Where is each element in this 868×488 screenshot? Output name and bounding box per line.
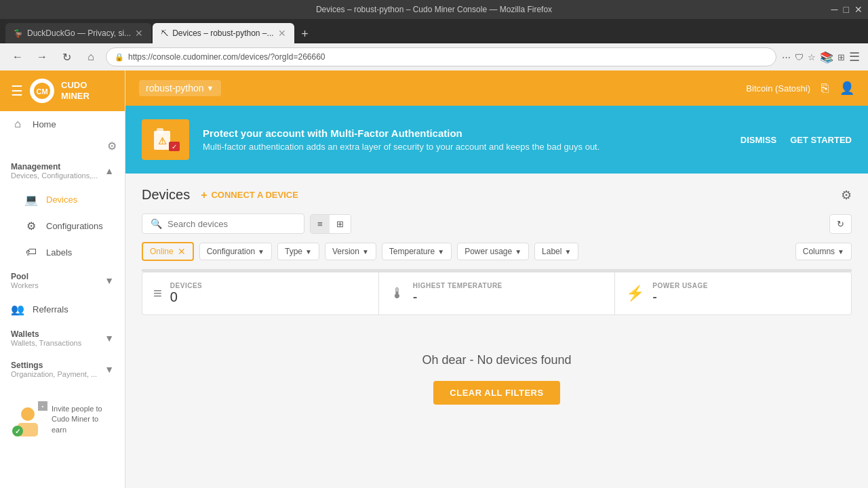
referrals-icon: 👥 [11,303,24,316]
dismiss-btn[interactable]: DISMISS [741,135,776,145]
menu-btn[interactable]: ☰ [849,49,860,64]
forward-btn[interactable]: → [33,47,52,66]
sidebar-settings-section[interactable]: Settings Organization, Payment, ... ▼ [0,354,125,385]
grid-view-btn[interactable]: ⊞ [330,215,351,233]
search-icon: 🔍 [151,218,162,229]
logo-icon: CM [33,81,52,100]
grid-view-icon: ⊞ [336,219,344,229]
temperature-stat-icon: 🌡 [390,285,405,302]
pool-title: Pool [11,272,39,281]
org-dropdown-icon: ▼ [207,84,214,92]
tab-2[interactable]: ⛏ Devices – robust-python –... ✕ [153,23,294,43]
shield-btn[interactable]: 🛡 [795,52,804,62]
sidebar-toggle[interactable]: 📚 [820,51,833,64]
devices-page: Devices + CONNECT A DEVICE ⚙ 🔍 [125,174,868,445]
online-filter-tag[interactable]: Online ✕ [142,242,194,261]
settings-title: Settings [11,361,97,370]
sidebar-item-labels[interactable]: 🏷 Labels [0,239,125,265]
sidebar-item-home[interactable]: ⌂ Home [0,111,125,137]
connect-device-btn[interactable]: + CONNECT A DEVICE [201,189,298,201]
stats-row: ≡ DEVICES 0 🌡 HIGHEST TEMPERATURE - [142,272,852,315]
version-label: Version [332,247,359,256]
tab-bar: 🦆 DuckDuckGo — Privacy, si... ✕ ⛏ Device… [0,19,868,43]
temperature-label: Temperature [389,247,435,256]
management-info: Management Devices, Configurations,... [11,162,98,180]
tab-1-close[interactable]: ✕ [135,28,143,39]
org-name: robust-python [146,83,204,94]
configuration-label: Configuration [207,247,255,256]
hamburger-menu[interactable]: ☰ [11,83,23,99]
search-input[interactable] [167,219,296,229]
management-title: Management [11,162,98,171]
wallets-expand-icon: ▼ [104,333,114,344]
pool-expand-icon: ▼ [104,275,114,286]
refresh-icon: ↻ [837,219,844,229]
maximize-btn[interactable]: □ [844,4,849,15]
connect-btn-label: CONNECT A DEVICE [211,190,298,200]
url-bar[interactable]: 🔒 https://console.cudominer.com/devices/… [106,47,776,66]
type-dropdown[interactable]: Type ▼ [277,243,319,260]
currency-label: Bitcoin (Satoshi) [746,83,810,94]
refresh-btn[interactable]: ↻ [829,214,852,234]
columns-btn[interactable]: Columns ▼ [795,243,852,260]
org-selector[interactable]: robust-python ▼ [139,80,221,96]
home-btn[interactable]: ⌂ [81,47,100,66]
sidebar-item-devices[interactable]: 💻 Devices [0,186,125,213]
tab-2-label: Devices – robust-python –... [172,28,273,38]
tab-2-close[interactable]: ✕ [278,28,286,39]
sidebar-item-configurations[interactable]: ⚙ Configurations [0,213,125,239]
label-filter-label: Label [542,247,561,256]
back-btn[interactable]: ← [8,47,27,66]
devices-icon: 💻 [24,193,38,206]
tab-1-favicon: 🦆 [14,29,23,38]
label-dropdown[interactable]: Label ▼ [534,243,578,260]
settings-expand-icon: ▼ [104,364,114,375]
reload-btn[interactable]: ↻ [57,47,76,66]
clear-all-filters-btn[interactable]: CLEAR ALL FILTERS [433,381,559,405]
mfa-illustration: ⚠ ✓ [149,123,182,157]
browser-chrome: Devices – robust-python – Cudo Miner Con… [0,0,868,70]
page-content: ⚠ ✓ Protect your account with Multi-Fact… [125,106,868,488]
referral-avatar: ✓ • [11,404,45,438]
sidebar-wallets-section[interactable]: Wallets Wallets, Transactions ▼ [0,323,125,354]
svg-rect-7 [157,128,163,134]
configuration-dropdown[interactable]: Configuration ▼ [199,243,272,260]
configuration-arrow: ▼ [258,248,264,256]
search-box[interactable]: 🔍 [142,214,304,234]
pool-sub: Workers [11,281,39,289]
wallets-title: Wallets [11,329,81,339]
reader-view[interactable]: ⊞ [837,52,845,62]
address-right-controls: ⋯ 🛡 ☆ 📚 ⊞ ☰ [782,49,860,64]
sidebar-pool-section[interactable]: Pool Workers ▼ [0,265,125,296]
power-usage-dropdown[interactable]: Power usage ▼ [457,243,529,260]
home-icon: ⌂ [11,118,24,130]
online-tag-remove[interactable]: ✕ [178,246,186,257]
online-tag-label: Online [150,247,174,256]
window-title: Devices – robust-python – Cudo Miner Con… [316,5,552,14]
devices-stat-value: 0 [170,289,202,305]
title-bar: Devices – robust-python – Cudo Miner Con… [0,0,868,19]
minimize-btn[interactable]: ─ [831,4,838,15]
power-stat-info: POWER USAGE - [652,282,708,305]
sidebar-item-referrals[interactable]: 👥 Referrals [0,296,125,323]
new-tab-btn[interactable]: + [296,24,315,43]
bookmark-btn[interactable]: ☆ [808,52,816,62]
close-btn[interactable]: ✕ [854,4,863,15]
power-usage-label: Power usage [465,247,512,256]
version-dropdown[interactable]: Version ▼ [325,243,376,260]
tab-1[interactable]: 🦆 DuckDuckGo — Privacy, si... ✕ [5,23,151,43]
sidebar-management-section[interactable]: Management Devices, Configurations,... ▲ [0,155,125,186]
settings-icon[interactable]: ⚙ [107,140,117,152]
share-icon[interactable]: ⎘ [821,81,829,96]
user-icon[interactable]: 👤 [840,81,854,96]
url-text: https://console.cudominer.com/devices/?o… [128,52,326,62]
tab-2-favicon: ⛏ [161,29,168,37]
referral-text: Invite people to Cudo Miner to earn [52,404,114,435]
mfa-text: Protect your account with Multi-Factor A… [203,127,599,152]
list-view-btn[interactable]: ≡ [311,215,330,233]
temperature-dropdown[interactable]: Temperature ▼ [382,243,452,260]
get-started-btn[interactable]: GET STARTED [790,135,852,145]
svg-text:✓: ✓ [172,143,177,150]
extensions-btn[interactable]: ⋯ [782,52,791,62]
page-settings-btn[interactable]: ⚙ [841,188,852,203]
